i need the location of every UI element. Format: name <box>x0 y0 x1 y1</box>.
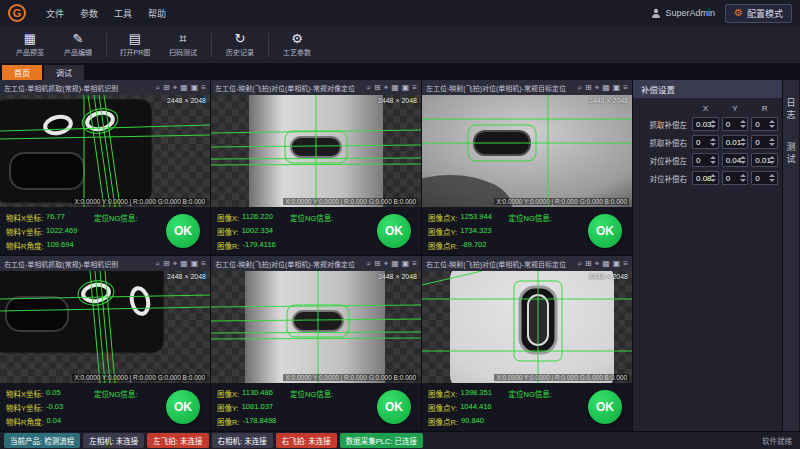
camera-panel-title: 右工位-映射(飞拍)对位(单相机)-常规目标定位 <box>426 259 574 269</box>
align-right-y-input[interactable]: 0 <box>722 171 749 185</box>
menu-icon[interactable]: ≡ <box>412 83 417 93</box>
panel-result-area: 图像X:1126.220定位NG信息: 图像Y:1002.334 图像R:-17… <box>211 207 421 255</box>
spinner-arrows-icon[interactable] <box>710 119 717 129</box>
spinner-arrows-icon[interactable] <box>710 155 717 165</box>
zoom-icon[interactable]: ⌕ <box>156 259 160 269</box>
spinner-arrows-icon[interactable] <box>739 137 746 147</box>
align-left-y-input[interactable]: 0.04 <box>722 153 749 167</box>
grid-icon[interactable]: ▦ <box>391 259 399 269</box>
spinner-arrows-icon[interactable] <box>769 137 776 147</box>
input-value: 0 <box>755 120 759 129</box>
menu-parameters[interactable]: 参数 <box>72 5 106 22</box>
align-right-x-input[interactable]: 0.08 <box>692 171 719 185</box>
ok-status-button[interactable]: OK <box>166 214 200 248</box>
ok-status-button[interactable]: OK <box>166 390 200 424</box>
menu-icon[interactable]: ≡ <box>201 83 206 93</box>
spinner-arrows-icon[interactable] <box>710 137 717 147</box>
fit-icon[interactable]: ⊞ <box>374 83 381 93</box>
spinner-arrows-icon[interactable] <box>739 119 746 129</box>
crosshair-icon[interactable]: ⌖ <box>595 259 600 269</box>
camera-panel-title: 左工位-单相机抓取(常规)-单相机识别 <box>4 83 152 93</box>
spinner-arrows-icon[interactable] <box>710 173 717 183</box>
zoom-icon[interactable]: ⌕ <box>367 83 371 93</box>
input-value: 0 <box>726 174 730 183</box>
menu-icon[interactable]: ≡ <box>623 83 628 93</box>
crosshair-icon[interactable]: ⌖ <box>173 259 178 269</box>
zoom-icon[interactable]: ⌕ <box>578 259 582 269</box>
current-user: SuperAdmin <box>651 8 715 18</box>
menu-icon[interactable]: ≡ <box>412 259 417 269</box>
scan-test-button[interactable]: ⌗ 扫码测试 <box>159 28 207 62</box>
save-icon[interactable]: ▣ <box>402 259 410 269</box>
spinner-arrows-icon[interactable] <box>769 173 776 183</box>
camera-viewport[interactable]: 2448 × 2048 X:0.0000 Y:0.0000 | R:0.000 … <box>422 271 632 383</box>
fit-icon[interactable]: ⊞ <box>163 83 170 93</box>
fit-icon[interactable]: ⊞ <box>163 259 170 269</box>
crosshair-icon[interactable]: ⌖ <box>384 259 389 269</box>
open-pr-image-button[interactable]: ▤ 打开PR图 <box>111 28 159 62</box>
save-icon[interactable]: ▣ <box>613 83 621 93</box>
measure-value: 109.694 <box>47 240 89 251</box>
ok-status-button[interactable]: OK <box>377 214 411 248</box>
grab-right-x-input[interactable]: 0 <box>692 135 719 149</box>
config-mode-button[interactable]: ⚙ 配置模式 <box>725 4 792 23</box>
tab-debug[interactable]: 调试 <box>44 65 84 80</box>
fit-icon[interactable]: ⊞ <box>585 259 592 269</box>
zoom-icon[interactable]: ⌕ <box>156 83 160 93</box>
zoom-icon[interactable]: ⌕ <box>578 83 582 93</box>
image-coordinates: X:0.0000 Y:0.0000 | R:0.000 G:0.000 B:0.… <box>283 374 418 381</box>
save-icon[interactable]: ▣ <box>191 83 199 93</box>
align-right-r-input[interactable]: 0 <box>751 171 778 185</box>
ok-status-button[interactable]: OK <box>588 214 622 248</box>
product-preview-button[interactable]: ▦ 产品预览 <box>6 28 54 62</box>
grab-left-y-input[interactable]: 0 <box>722 117 749 131</box>
menu-file[interactable]: 文件 <box>38 5 72 22</box>
grid-icon[interactable]: ▦ <box>602 83 610 93</box>
camera-viewport[interactable]: 2448 × 2048 X:0.0000 Y:0.0000 | R:0.000 … <box>422 95 632 207</box>
camera-panel-title: 右工位-单相机抓取(常规)-单相机识别 <box>4 259 152 269</box>
crosshair-icon[interactable]: ⌖ <box>384 83 389 93</box>
save-icon[interactable]: ▣ <box>402 83 410 93</box>
save-icon[interactable]: ▣ <box>613 259 621 269</box>
view-tabs: 首页 调试 <box>0 64 800 80</box>
software-status-text: 软件就绪 <box>762 435 796 446</box>
align-left-x-input[interactable]: 0 <box>692 153 719 167</box>
grab-left-r-input[interactable]: 0 <box>751 117 778 131</box>
ok-status-button[interactable]: OK <box>377 390 411 424</box>
menu-icon[interactable]: ≡ <box>623 259 628 269</box>
fit-icon[interactable]: ⊞ <box>374 259 381 269</box>
crosshair-icon[interactable]: ⌖ <box>595 83 600 93</box>
save-icon[interactable]: ▣ <box>191 259 199 269</box>
tab-log[interactable]: 日志 <box>785 94 798 126</box>
crosshair-icon[interactable]: ⌖ <box>173 83 178 93</box>
fit-icon[interactable]: ⊞ <box>585 83 592 93</box>
tab-test[interactable]: 测试 <box>785 138 798 170</box>
camera-panel-tools: ⌕ ⊞ ⌖ ▦ ▣ ≡ <box>367 83 418 93</box>
spinner-arrows-icon[interactable] <box>769 119 776 129</box>
grab-left-x-input[interactable]: 0.03 <box>692 117 719 131</box>
process-params-button[interactable]: ⚙ 工艺参数 <box>273 28 321 62</box>
grid-icon[interactable]: ▦ <box>180 259 188 269</box>
tab-home[interactable]: 首页 <box>2 65 42 80</box>
grab-right-y-input[interactable]: 0.01 <box>722 135 749 149</box>
menu-icon[interactable]: ≡ <box>201 259 206 269</box>
ok-status-button[interactable]: OK <box>588 390 622 424</box>
history-button[interactable]: ↻ 历史记录 <box>216 28 264 62</box>
zoom-icon[interactable]: ⌕ <box>367 259 371 269</box>
grid-icon[interactable]: ▦ <box>391 83 399 93</box>
menu-help[interactable]: 帮助 <box>140 5 174 22</box>
grab-right-r-input[interactable]: 0 <box>751 135 778 149</box>
grid-icon[interactable]: ▦ <box>602 259 610 269</box>
measure-rows: 图像点X:1398.351定位NG信息: 图像点Y:1044.416 图像点R:… <box>428 388 588 427</box>
camera-viewport[interactable]: 2448 × 2048 X:0.0000 Y:0.0000 | R:0.000 … <box>0 271 210 383</box>
grid-icon[interactable]: ▦ <box>180 83 188 93</box>
product-edit-button[interactable]: ✎ 产品编辑 <box>54 28 102 62</box>
spinner-arrows-icon[interactable] <box>769 155 776 165</box>
menu-tools[interactable]: 工具 <box>106 5 140 22</box>
camera-viewport[interactable]: 2448 × 2048 X:0.0000 Y:0.0000 | R:0.000 … <box>211 271 421 383</box>
spinner-arrows-icon[interactable] <box>739 173 746 183</box>
spinner-arrows-icon[interactable] <box>739 155 746 165</box>
camera-viewport[interactable]: 2448 × 2048 X:0.0000 Y:0.0000 | R:0.000 … <box>0 95 210 207</box>
align-left-r-input[interactable]: 0.01 <box>751 153 778 167</box>
camera-viewport[interactable]: 2448 × 2048 X:0.0000 Y:0.0000 | R:0.000 … <box>211 95 421 207</box>
